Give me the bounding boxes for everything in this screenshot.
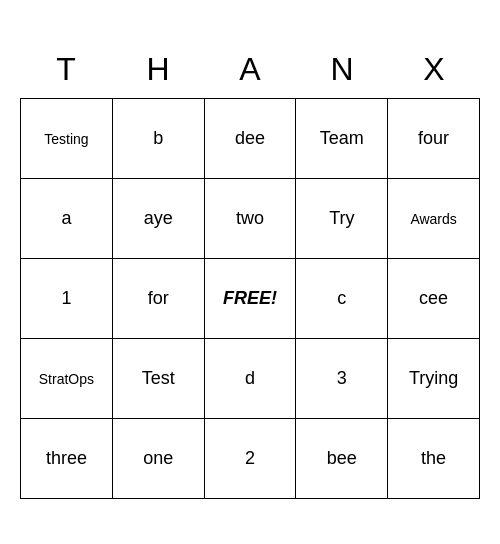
grid-cell: d bbox=[205, 339, 297, 419]
grid-cell: c bbox=[296, 259, 388, 339]
grid-cell: bee bbox=[296, 419, 388, 499]
header-cell: T bbox=[20, 45, 112, 94]
grid-cell: the bbox=[388, 419, 480, 499]
grid-cell: Awards bbox=[388, 179, 480, 259]
grid-cell: dee bbox=[205, 99, 297, 179]
grid-cell: 3 bbox=[296, 339, 388, 419]
grid-cell: b bbox=[113, 99, 205, 179]
grid-cell: 1 bbox=[21, 259, 113, 339]
grid-cell: Team bbox=[296, 99, 388, 179]
grid-cell: for bbox=[113, 259, 205, 339]
bingo-grid: TestingbdeeTeamfouraayetwoTryAwards1forF… bbox=[20, 98, 480, 499]
bingo-header: THANX bbox=[20, 45, 480, 94]
grid-cell: three bbox=[21, 419, 113, 499]
header-cell: H bbox=[112, 45, 204, 94]
grid-cell: four bbox=[388, 99, 480, 179]
grid-cell: aye bbox=[113, 179, 205, 259]
grid-cell: Testing bbox=[21, 99, 113, 179]
grid-cell: a bbox=[21, 179, 113, 259]
grid-cell: Try bbox=[296, 179, 388, 259]
grid-cell: StratOps bbox=[21, 339, 113, 419]
header-cell: X bbox=[388, 45, 480, 94]
grid-cell: Test bbox=[113, 339, 205, 419]
header-cell: N bbox=[296, 45, 388, 94]
grid-cell: cee bbox=[388, 259, 480, 339]
header-cell: A bbox=[204, 45, 296, 94]
bingo-board: THANX TestingbdeeTeamfouraayetwoTryAward… bbox=[20, 45, 480, 499]
grid-cell: two bbox=[205, 179, 297, 259]
grid-cell: FREE! bbox=[205, 259, 297, 339]
grid-cell: 2 bbox=[205, 419, 297, 499]
grid-cell: Trying bbox=[388, 339, 480, 419]
grid-cell: one bbox=[113, 419, 205, 499]
